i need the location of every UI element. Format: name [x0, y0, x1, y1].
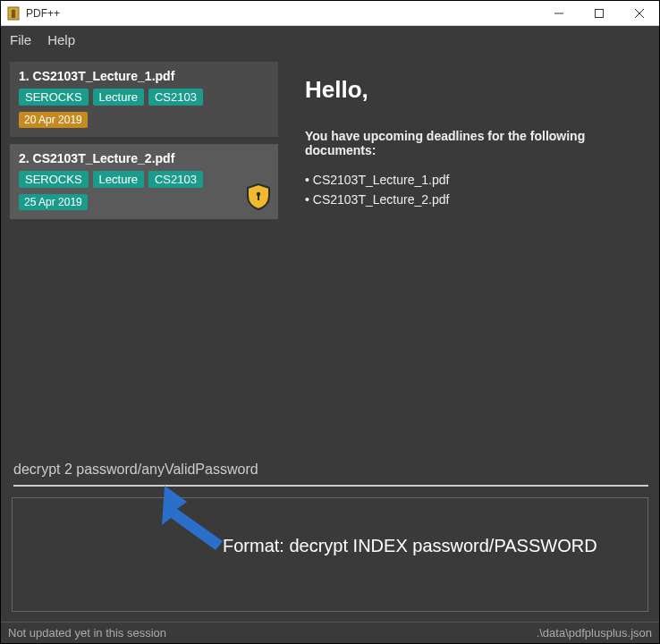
lock-shield-icon: [246, 183, 271, 214]
tag: Lecture: [93, 89, 144, 106]
command-area: [1, 447, 659, 492]
app-icon: [6, 6, 21, 21]
window-title: PDF++: [26, 7, 538, 20]
svg-rect-2: [12, 13, 15, 18]
tag-row: SEROCKSLectureCS2103: [19, 89, 269, 106]
tag: CS2103: [148, 171, 203, 188]
menu-file[interactable]: File: [10, 32, 31, 47]
statusbar: Not updated yet in this session .\data\p…: [1, 622, 659, 643]
window-controls: [538, 1, 659, 25]
document-list: 1. CS2103T_Lecture_1.pdfSEROCKSLectureCS…: [10, 60, 278, 447]
list-item[interactable]: 2. CS2103T_Lecture_2.pdfSEROCKSLectureCS…: [10, 144, 278, 219]
tag-row: SEROCKSLectureCS2103: [19, 171, 269, 188]
hello-heading: Hello,: [305, 76, 636, 104]
tag: SEROCKS: [19, 89, 89, 106]
tag: Lecture: [93, 171, 144, 188]
minimize-button[interactable]: [538, 1, 579, 25]
list-item[interactable]: 1. CS2103T_Lecture_1.pdfSEROCKSLectureCS…: [10, 62, 278, 137]
item-title: 1. CS2103T_Lecture_1.pdf: [19, 69, 269, 83]
titlebar: PDF++: [1, 1, 659, 26]
svg-rect-4: [595, 9, 603, 17]
item-title: 2. CS2103T_Lecture_2.pdf: [19, 151, 269, 165]
date-badge: 20 Apr 2019: [19, 112, 88, 128]
date-badge: 25 Apr 2019: [19, 194, 88, 210]
deadline-intro: You have upcoming deadlines for the foll…: [305, 129, 636, 157]
result-area: [12, 497, 648, 612]
command-input[interactable]: [13, 458, 648, 487]
info-panel: Hello, You have upcoming deadlines for t…: [278, 60, 650, 447]
menubar: File Help: [1, 26, 659, 53]
tag: SEROCKS: [19, 171, 89, 188]
close-button[interactable]: [619, 1, 659, 25]
maximize-button[interactable]: [579, 1, 619, 25]
status-left: Not updated yet in this session: [8, 626, 166, 640]
tag: CS2103: [148, 89, 203, 106]
svg-point-1: [12, 9, 16, 13]
deadline-list: • CS2103T_Lecture_1.pdf• CS2103T_Lecture…: [305, 170, 636, 210]
deadline-item: • CS2103T_Lecture_1.pdf: [305, 170, 636, 190]
deadline-item: • CS2103T_Lecture_2.pdf: [305, 190, 636, 209]
svg-rect-8: [258, 195, 259, 200]
main-area: 1. CS2103T_Lecture_1.pdfSEROCKSLectureCS…: [1, 53, 659, 447]
status-right: .\data\pdfplusplus.json: [537, 626, 652, 640]
menu-help[interactable]: Help: [47, 32, 75, 47]
